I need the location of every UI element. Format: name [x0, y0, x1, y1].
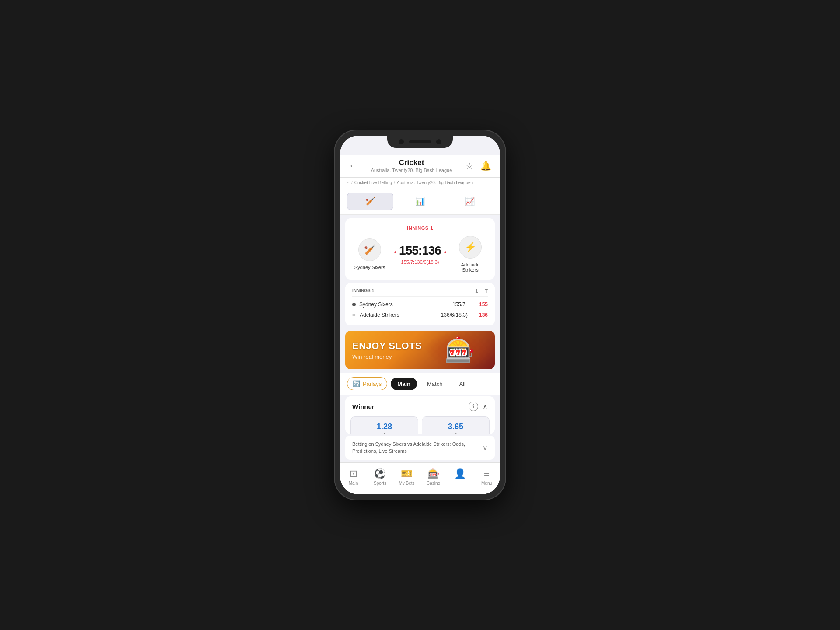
menu-nav-label: Menu	[481, 481, 492, 486]
score-sub: 155/7:136/6(18.3)	[387, 259, 453, 265]
sports-nav-icon: ⚽	[374, 468, 386, 480]
camera	[399, 139, 404, 144]
screen-content: ← Cricket Australia. Twenty20. Big Bash …	[340, 155, 500, 494]
tab-all-label: All	[459, 381, 465, 387]
header-right: ☆ 🔔	[464, 159, 493, 173]
nav-item-profile[interactable]: 👤	[447, 466, 473, 487]
winner-header: Winner ℹ ∧	[345, 396, 495, 416]
betting-tabs: 🔄 Parlays Main Match All	[340, 373, 500, 395]
casino-nav-label: Casino	[427, 481, 440, 486]
breadcrumb-sep2: /	[394, 180, 395, 185]
score-table-cols: 1 T	[475, 288, 488, 294]
header-left: ←	[347, 159, 359, 172]
table-row: Sydney Sixers 155/7 155	[352, 299, 488, 310]
nav-item-main[interactable]: ⊡ Main	[340, 466, 367, 487]
score-center: • 155:136 • 155/7:136/6(18.3)	[387, 244, 453, 265]
sports-nav-label: Sports	[374, 481, 386, 486]
score-dot-right: •	[444, 248, 446, 256]
team1-score-val2: 155	[475, 301, 488, 308]
innings-label: INNINGS 1	[352, 225, 488, 231]
tab-main[interactable]: Main	[391, 378, 417, 390]
score-table-header: INNINGS 1 1 T	[352, 288, 488, 297]
parlays-button[interactable]: 🔄 Parlays	[347, 377, 387, 390]
info-strip[interactable]: Betting on Sydney Sixers vs Adelaide Str…	[345, 436, 495, 460]
tab-match-label: Match	[427, 381, 442, 387]
nav-item-mybets[interactable]: 🎫 My Bets	[393, 466, 420, 487]
tab-match[interactable]: Match	[420, 378, 449, 390]
team2-row-values: 136/6(18.3) 136	[441, 312, 488, 318]
team1-side: 🏏 Sydney Sixers	[352, 238, 387, 270]
winner-title: Winner	[352, 403, 374, 410]
team2-row-name: Adelaide Strikers	[360, 312, 399, 318]
odds-button-2[interactable]: 3.65 2	[422, 416, 490, 434]
score-table: INNINGS 1 1 T Sydney Sixers 155/7 155	[345, 283, 495, 326]
team2-score-val2: 136	[475, 312, 488, 318]
odds-button-1[interactable]: 1.28 1	[350, 416, 418, 434]
page-title: Cricket	[359, 158, 464, 167]
innings-header: INNINGS 1	[352, 288, 374, 294]
breadcrumb-item-2[interactable]: Australia. Twenty20. Big Bash League	[397, 180, 471, 185]
parlays-icon: 🔄	[353, 380, 360, 387]
collapse-icon[interactable]: ∧	[483, 402, 488, 411]
notch	[387, 136, 453, 148]
odds-value-2: 3.65	[426, 422, 486, 431]
speaker	[409, 140, 431, 143]
profile-nav-icon: 👤	[454, 468, 466, 480]
odds-row: 1.28 1 3.65 2	[345, 416, 495, 434]
breadcrumb-item-1[interactable]: Cricket Live Betting	[354, 180, 392, 185]
team2-logo: ⚡	[459, 236, 482, 259]
chart-icon: 📈	[465, 196, 475, 206]
banner-title: ENJOY SLOTS	[352, 340, 422, 352]
team2-side: ⚡ Adelaide Strikers	[453, 236, 488, 273]
header-center: Cricket Australia. Twenty20. Big Bash Le…	[359, 158, 464, 173]
main-nav-label: Main	[349, 481, 358, 486]
tab-all[interactable]: All	[452, 378, 472, 390]
mybets-nav-label: My Bets	[399, 481, 414, 486]
tab-chart[interactable]: 📈	[447, 192, 493, 210]
tab-score[interactable]: 🏏	[347, 192, 393, 210]
nav-item-sports[interactable]: ⚽ Sports	[367, 466, 393, 487]
banner-decoration: 🎰	[425, 331, 495, 369]
phone-screen: ← Cricket Australia. Twenty20. Big Bash …	[340, 136, 500, 494]
winner-actions: ℹ ∧	[469, 402, 488, 411]
score-icon: 🏏	[365, 196, 375, 206]
odds-label-2: 2	[426, 432, 486, 434]
page-subtitle: Australia. Twenty20. Big Bash League	[359, 168, 464, 173]
winner-section: Winner ℹ ∧ 1.28 1 3.65 2	[345, 396, 495, 434]
team2-row-left: ✏ Adelaide Strikers	[352, 312, 399, 318]
mybets-nav-icon: 🎫	[401, 468, 413, 480]
match-score-card: INNINGS 1 🏏 Sydney Sixers • 155:136 •	[345, 218, 495, 280]
team1-score-val1: 155/7	[450, 301, 468, 308]
menu-nav-icon: ≡	[484, 468, 490, 480]
nav-item-menu[interactable]: ≡ Menu	[473, 466, 500, 487]
stats-icon: 📊	[415, 196, 425, 206]
parlays-label: Parlays	[363, 381, 382, 387]
chevron-down-icon[interactable]: ∨	[483, 444, 488, 452]
banner-subtitle: Win real money	[352, 354, 422, 360]
tab-stats[interactable]: 📊	[397, 192, 443, 210]
team1-name: Sydney Sixers	[354, 265, 385, 270]
team2-name: Adelaide Strikers	[453, 262, 488, 273]
score-dot-left: •	[394, 248, 396, 256]
favorite-button[interactable]: ☆	[464, 159, 475, 173]
breadcrumb-sep3: /	[472, 180, 474, 185]
col2-header: T	[485, 288, 488, 294]
tab-main-label: Main	[397, 381, 410, 387]
home-icon[interactable]: ⌂	[347, 180, 350, 185]
team1-row-values: 155/7 155	[450, 301, 488, 308]
score-tabs: 🏏 📊 📈	[340, 188, 500, 215]
camera2	[436, 139, 441, 144]
score-display: • 155:136 •	[387, 244, 453, 258]
nav-item-casino[interactable]: 🎰 Casino	[420, 466, 447, 487]
team2-indicator: ✏	[352, 312, 356, 318]
odds-label-1: 1	[354, 432, 414, 434]
bottom-nav: ⊡ Main ⚽ Sports 🎫 My Bets 🎰 Casino 👤	[340, 462, 500, 494]
table-row: ✏ Adelaide Strikers 136/6(18.3) 136	[352, 310, 488, 320]
notifications-button[interactable]: 🔔	[479, 159, 493, 173]
promo-banner[interactable]: ENJOY SLOTS Win real money 🎰	[345, 331, 495, 369]
team2-score-val1: 136/6(18.3)	[441, 312, 468, 318]
info-icon[interactable]: ℹ	[469, 402, 478, 411]
info-strip-text: Betting on Sydney Sixers vs Adelaide Str…	[352, 441, 483, 455]
back-button[interactable]: ←	[347, 159, 359, 172]
team1-row-left: Sydney Sixers	[352, 301, 393, 308]
